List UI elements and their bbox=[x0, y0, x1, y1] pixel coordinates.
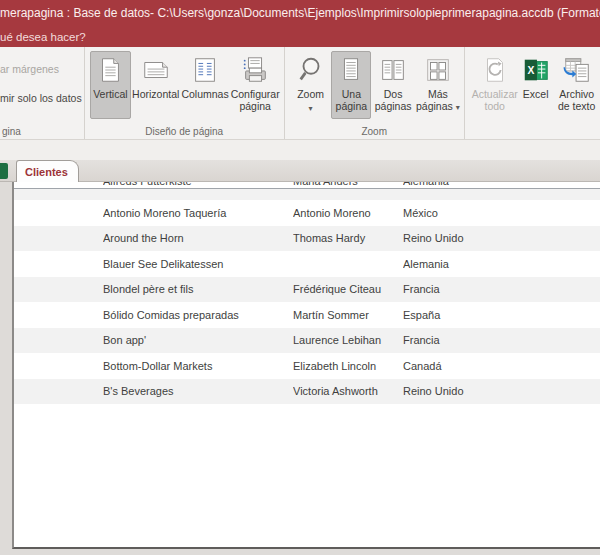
columns-label: Columnas bbox=[181, 88, 228, 100]
tab-clientes-label: Clientes bbox=[25, 166, 68, 178]
more-pages-dropdown-arrow[interactable] bbox=[456, 100, 460, 112]
company-cell: Alfreds Futterkiste bbox=[103, 182, 293, 187]
columns-icon bbox=[190, 55, 220, 85]
ribbon-group-page-size: ar márgenes mir solo los datos gina bbox=[0, 47, 85, 139]
export-excel-label: Excel bbox=[523, 88, 549, 100]
svg-text:X: X bbox=[527, 65, 534, 76]
more-pages-button[interactable]: Más páginas bbox=[415, 51, 461, 119]
print-preview-area: Alfreds Futterkiste Maria Anders Alemani… bbox=[0, 182, 600, 555]
report-page[interactable]: Alfreds Futterkiste Maria Anders Alemani… bbox=[12, 182, 600, 549]
ribbon-group-data: Actualizar todo X Excel bbox=[465, 47, 600, 139]
document-tab-bar: Clientes bbox=[0, 160, 600, 182]
two-pages-icon bbox=[378, 55, 408, 85]
excel-icon: X bbox=[521, 55, 551, 85]
contact-cell: Maria Anders bbox=[293, 182, 403, 187]
object-icon bbox=[0, 163, 8, 179]
zoom-dropdown-arrow[interactable] bbox=[309, 102, 313, 112]
page-setup-button[interactable]: Configurar página bbox=[230, 51, 281, 119]
table-row: Bottom-Dollar Markets Elizabeth Lincoln … bbox=[14, 353, 600, 379]
two-pages-button[interactable]: Dos páginas bbox=[372, 51, 414, 119]
group-label-zoom: Zoom bbox=[285, 126, 464, 137]
ribbon-lower-strip bbox=[0, 140, 600, 160]
company-cell: Antonio Moreno Taquería bbox=[103, 207, 293, 219]
company-cell: Around the Horn bbox=[103, 232, 293, 244]
print-data-only-option[interactable]: mir solo los datos bbox=[0, 92, 82, 104]
one-page-icon bbox=[336, 55, 366, 85]
columns-button[interactable]: Columnas bbox=[180, 51, 229, 119]
contact-cell: Laurence Lebihan bbox=[293, 334, 403, 346]
tab-clientes[interactable]: Clientes bbox=[16, 160, 79, 182]
contact-cell: Frédérique Citeau bbox=[293, 283, 403, 295]
ribbon-group-zoom: Zoom Una página Dos páginas bbox=[285, 47, 465, 139]
table-row: Antonio Moreno Taquería Antonio Moreno M… bbox=[14, 200, 600, 226]
export-text-file-button[interactable]: Archivo de texto bbox=[553, 51, 600, 119]
zoom-button[interactable]: Zoom bbox=[291, 51, 331, 119]
ribbon-group-layout: Vertical Horizontal Columnas bbox=[85, 47, 285, 139]
country-cell: Alemania bbox=[403, 182, 600, 187]
table-row: Bon app' Laurence Lebihan Francia bbox=[14, 328, 600, 354]
country-cell: Reino Unido bbox=[403, 232, 600, 244]
title-bar: merapagina : Base de datos- C:\Users\gon… bbox=[0, 0, 600, 47]
zoom-label: Zoom bbox=[297, 88, 324, 100]
export-text-file-label: Archivo de texto bbox=[554, 88, 600, 112]
country-cell: Alemania bbox=[403, 258, 600, 270]
contact-cell: Elizabeth Lincoln bbox=[293, 360, 403, 372]
group-label-layout: Diseño de página bbox=[85, 126, 284, 137]
table-row: B's Beverages Victoria Ashworth Reino Un… bbox=[14, 379, 600, 405]
country-cell: España bbox=[403, 309, 600, 321]
ribbon: ar márgenes mir solo los datos gina Vert… bbox=[0, 47, 600, 140]
more-pages-label: Más páginas bbox=[416, 88, 453, 112]
table-row: Bólido Comidas preparadas Martín Sommer … bbox=[14, 302, 600, 328]
company-cell: Blauer See Delikatessen bbox=[103, 258, 293, 270]
window-title: merapagina : Base de datos- C:\Users\gon… bbox=[0, 6, 600, 20]
refresh-all-button: Actualizar todo bbox=[471, 51, 519, 119]
company-cell: Bólido Comidas preparadas bbox=[103, 309, 293, 321]
portrait-page-icon bbox=[95, 55, 125, 85]
table-row: Blondel père et fils Frédérique Citeau F… bbox=[14, 277, 600, 303]
company-cell: Bon app' bbox=[103, 334, 293, 346]
export-excel-button[interactable]: X Excel bbox=[519, 51, 553, 119]
country-cell: Francia bbox=[403, 283, 600, 295]
page-setup-label: Configurar página bbox=[231, 88, 280, 112]
landscape-label: Horizontal bbox=[132, 88, 179, 100]
landscape-button[interactable]: Horizontal bbox=[131, 51, 180, 119]
country-cell: México bbox=[403, 207, 600, 219]
group-label-page-size: gina bbox=[2, 126, 84, 137]
portrait-button[interactable]: Vertical bbox=[90, 51, 131, 119]
page-setup-icon bbox=[240, 55, 270, 85]
company-cell: Bottom-Dollar Markets bbox=[103, 360, 293, 372]
refresh-all-label: Actualizar todo bbox=[472, 88, 518, 112]
show-margins-option[interactable]: ar márgenes bbox=[0, 63, 82, 75]
company-cell: B's Beverages bbox=[103, 385, 293, 397]
contact-cell: Thomas Hardy bbox=[293, 232, 403, 244]
country-cell: Francia bbox=[403, 334, 600, 346]
one-page-label: Una página bbox=[332, 88, 370, 112]
two-pages-label: Dos páginas bbox=[373, 88, 413, 112]
shaded-band bbox=[14, 189, 600, 200]
tell-me-box[interactable]: ué desea hacer? bbox=[0, 31, 86, 43]
magnifier-icon bbox=[296, 55, 326, 85]
refresh-icon bbox=[480, 55, 510, 85]
contact-cell: Antonio Moreno bbox=[293, 207, 403, 219]
text-file-icon bbox=[562, 55, 592, 85]
portrait-label: Vertical bbox=[93, 88, 127, 100]
more-pages-icon bbox=[423, 55, 453, 85]
one-page-button[interactable]: Una página bbox=[331, 51, 371, 119]
country-cell: Reino Unido bbox=[403, 385, 600, 397]
contact-cell: Victoria Ashworth bbox=[293, 385, 403, 397]
table-row: Around the Horn Thomas Hardy Reino Unido bbox=[14, 226, 600, 252]
company-cell: Blondel père et fils bbox=[103, 283, 293, 295]
contact-cell: Martín Sommer bbox=[293, 309, 403, 321]
landscape-page-icon bbox=[141, 55, 171, 85]
table-row: Blauer See Delikatessen Alemania bbox=[14, 251, 600, 277]
country-cell: Canadá bbox=[403, 360, 600, 372]
